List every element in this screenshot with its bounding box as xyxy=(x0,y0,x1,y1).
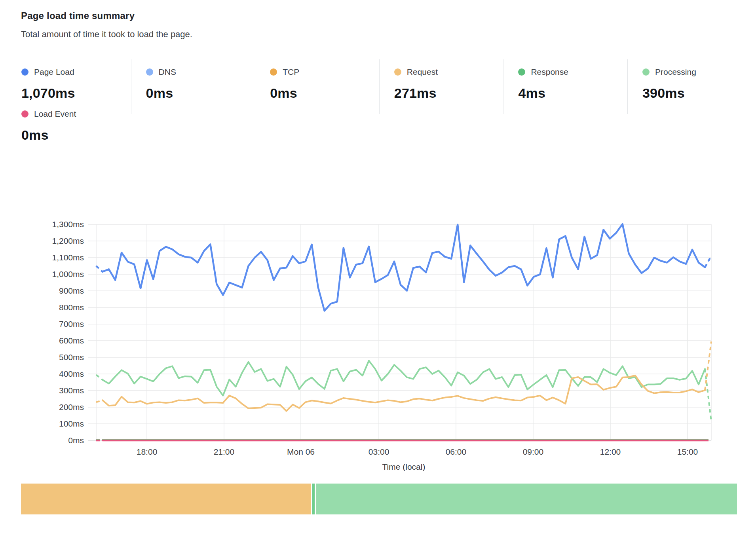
series-dashed-start xyxy=(96,400,103,402)
metric-label: Request xyxy=(407,67,438,77)
metric-label: Processing xyxy=(655,67,696,77)
series-dashed-start xyxy=(96,266,103,272)
legend-dot-icon xyxy=(21,110,28,118)
y-axis-tick-label: 900ms xyxy=(59,286,84,295)
metrics-legend-row-2: Load Event0ms xyxy=(7,109,244,143)
series-dashed-end xyxy=(705,369,711,421)
metric-value: 1,070ms xyxy=(21,85,131,101)
chart-canvas[interactable]: 0ms100ms200ms300ms400ms500ms600ms700ms80… xyxy=(0,216,756,478)
x-axis-tick-label: 15:00 xyxy=(677,447,698,456)
timing-breakdown-bar xyxy=(21,484,737,514)
y-axis-tick-label: 200ms xyxy=(59,402,84,412)
series-processing xyxy=(96,360,711,421)
series-page-load xyxy=(96,224,711,311)
y-axis-tick-label: 100ms xyxy=(59,419,84,428)
series-dashed-start xyxy=(96,375,103,380)
y-axis-tick-label: 800ms xyxy=(59,303,84,312)
series-line xyxy=(103,224,705,311)
legend-dot-icon xyxy=(642,68,650,76)
y-axis-tick-label: 0ms xyxy=(68,436,84,445)
metric-load-event[interactable]: Load Event0ms xyxy=(21,109,244,143)
y-axis-tick-label: 1,000ms xyxy=(52,269,84,279)
bar-segment-request xyxy=(21,484,311,514)
load-time-line-chart[interactable]: 0ms100ms200ms300ms400ms500ms600ms700ms80… xyxy=(0,216,756,478)
y-axis-tick-label: 600ms xyxy=(59,336,84,345)
metric-label: DNS xyxy=(159,67,176,77)
series-dashed-end xyxy=(705,341,711,390)
metric-value: 0ms xyxy=(270,85,379,101)
x-axis-tick-label: 12:00 xyxy=(600,447,621,456)
x-axis-tick-label: 21:00 xyxy=(214,447,235,456)
legend-dot-icon xyxy=(146,68,153,76)
metric-value: 390ms xyxy=(642,85,752,101)
bar-segment-response xyxy=(312,484,315,514)
x-axis-tick-label: Mon 06 xyxy=(287,447,315,456)
metric-page-load[interactable]: Page Load1,070ms xyxy=(7,59,131,114)
metric-dns[interactable]: DNS0ms xyxy=(131,59,255,114)
x-axis-tick-label: 03:00 xyxy=(369,447,389,456)
y-axis-tick-label: 300ms xyxy=(59,386,84,395)
y-axis-tick-label: 1,300ms xyxy=(52,220,84,229)
x-axis-title: Time (local) xyxy=(382,462,425,471)
legend-dot-icon xyxy=(270,68,277,76)
metrics-legend-row: Page Load1,070msDNS0msTCP0msRequest271ms… xyxy=(7,59,752,114)
metric-value: 271ms xyxy=(394,85,503,101)
metric-label: Load Event xyxy=(34,109,76,119)
y-axis-tick-label: 400ms xyxy=(59,369,84,378)
metric-request[interactable]: Request271ms xyxy=(379,59,503,114)
legend-dot-icon xyxy=(394,68,401,76)
metric-value: 0ms xyxy=(146,85,255,101)
metric-processing[interactable]: Processing390ms xyxy=(627,59,752,114)
metric-tcp[interactable]: TCP0ms xyxy=(255,59,379,114)
page-subtitle: Total amount of time it took to load the… xyxy=(21,29,192,40)
y-axis-tick-label: 700ms xyxy=(59,319,84,328)
legend-dot-icon xyxy=(518,68,525,76)
metric-label: TCP xyxy=(283,67,299,77)
metric-response[interactable]: Response4ms xyxy=(503,59,627,114)
y-axis-tick-label: 1,100ms xyxy=(52,253,84,262)
x-axis-tick-label: 09:00 xyxy=(523,447,544,456)
metric-label: Page Load xyxy=(34,67,74,77)
x-axis-tick-label: 06:00 xyxy=(446,447,467,456)
y-axis-tick-label: 500ms xyxy=(59,353,84,362)
bar-segment-processing xyxy=(316,484,737,514)
metric-value: 4ms xyxy=(518,85,627,101)
series-line xyxy=(103,376,705,411)
y-axis-tick-label: 1,200ms xyxy=(52,236,84,245)
legend-dot-icon xyxy=(21,68,28,76)
x-axis-tick-label: 18:00 xyxy=(137,447,158,456)
metric-value: 0ms xyxy=(21,127,244,143)
metric-label: Response xyxy=(531,67,568,77)
page-title: Page load time summary xyxy=(21,10,135,21)
page-load-summary-panel: { "header": { "title": "Page load time s… xyxy=(0,0,756,535)
